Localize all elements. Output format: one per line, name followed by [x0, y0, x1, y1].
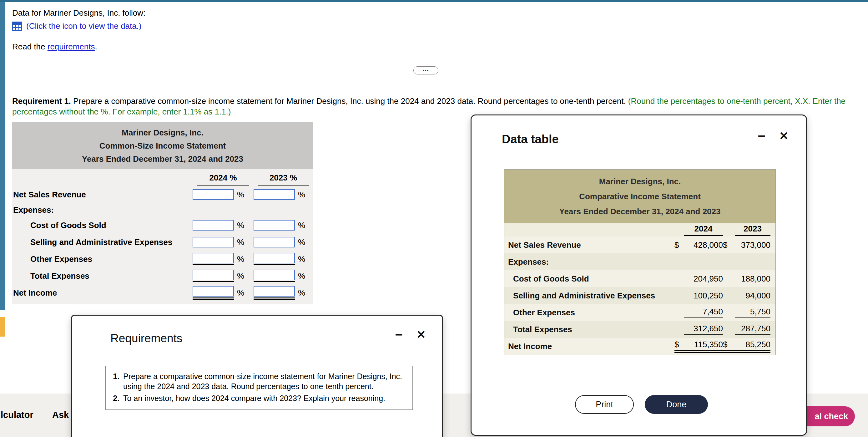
statement-title: Common-Size Income Statement	[12, 139, 313, 152]
table-row: Selling and Administrative Expenses % %	[12, 234, 313, 251]
requirements-list: 1. Prepare a comparative common-size inc…	[105, 366, 413, 410]
statement-period: Years Ended December 31, 2024 and 2023	[12, 152, 313, 166]
row-label: Cost of Goods Sold	[508, 274, 675, 284]
percent-sign: %	[298, 288, 305, 298]
data-column-header-row: 2024 2023	[504, 223, 775, 236]
input-2024-other-expenses[interactable]	[193, 253, 234, 263]
dialog-controls: − ✕	[757, 129, 788, 143]
table-row: Net Income % %	[12, 284, 313, 301]
read-prefix: Read the	[12, 42, 48, 51]
requirement-number: 1.	[111, 371, 119, 391]
table-row: Expenses:	[12, 203, 313, 217]
value-2024: 7,450	[684, 307, 723, 318]
divider-expand-button[interactable]: •••	[413, 66, 438, 75]
value-2024: 115,350	[684, 340, 723, 353]
data-table-header: Mariner Designs, Inc. Comparative Income…	[504, 170, 775, 223]
requirement-instructions: Requirement 1. Prepare a comparative com…	[12, 96, 858, 117]
input-2024-selling-admin-expenses[interactable]	[193, 237, 234, 247]
value-2023: 373,000	[735, 240, 770, 250]
percent-sign: %	[298, 237, 305, 247]
data-table-icon[interactable]	[12, 22, 22, 31]
table-row: Total Expenses % %	[12, 267, 313, 284]
requirement-label: Requirement 1.	[12, 96, 71, 106]
value-cell: %	[254, 220, 313, 231]
value-2023: 94,000	[735, 291, 770, 301]
value-cell: %	[193, 253, 254, 265]
row-label: Net Income	[12, 288, 193, 298]
percent-sign: %	[298, 254, 305, 264]
statement-body: 2024 % 2023 % Net Sales Revenue % % Expe…	[12, 169, 313, 304]
value-2023: 188,000	[735, 274, 770, 284]
input-2024-total-expenses[interactable]	[193, 270, 234, 280]
value-2023: 287,750	[735, 324, 770, 335]
value-cell: %	[254, 253, 313, 265]
percent-sign: %	[237, 221, 244, 230]
input-2024-cost-of-goods-sold[interactable]	[193, 220, 234, 231]
input-2023-other-expenses[interactable]	[254, 253, 295, 263]
input-2024-net-income[interactable]	[193, 286, 234, 296]
row-label: Total Expenses	[508, 325, 675, 334]
table-row: Net Income $ 115,350 $ 85,250	[504, 338, 775, 355]
table-row: Other Expenses 7,450 5,750	[504, 304, 775, 321]
value-cell: %	[193, 220, 254, 231]
data-company: Mariner Designs, Inc.	[504, 174, 775, 189]
row-label: Net Income	[508, 342, 675, 351]
value-cell: %	[254, 189, 313, 200]
row-label: Net Sales Revenue	[12, 190, 193, 200]
value-cell: %	[193, 237, 254, 247]
requirement-number: 2.	[111, 393, 119, 403]
data-table-dialog: Data table − ✕ Mariner Designs, Inc. Com…	[471, 115, 807, 436]
ask-instructor-button-partial[interactable]: Ask	[52, 410, 69, 420]
top-border-bar	[0, 0, 868, 2]
calculator-button-partial[interactable]: lculator	[1, 410, 33, 420]
statement-header: Mariner Designs, Inc. Common-Size Income…	[12, 122, 313, 169]
input-2023-net-income[interactable]	[254, 286, 295, 296]
value-cell: %	[193, 270, 254, 282]
data-statement-title: Comparative Income Statement	[504, 189, 775, 204]
row-label: Selling and Administrative Expenses	[12, 237, 193, 247]
table-row: Cost of Goods Sold 204,950 188,000	[504, 270, 775, 287]
value-2023: 5,750	[735, 307, 770, 318]
value-2024: 100,250	[684, 291, 723, 301]
input-2023-cost-of-goods-sold[interactable]	[254, 220, 295, 231]
input-2023-selling-admin-expenses[interactable]	[254, 237, 295, 247]
read-requirements-line: Read the requirements.	[12, 42, 97, 52]
row-label: Expenses:	[508, 257, 675, 267]
input-2023-net-sales-revenue[interactable]	[254, 189, 295, 200]
done-button[interactable]: Done	[645, 395, 708, 414]
comparative-income-statement-table: Mariner Designs, Inc. Comparative Income…	[504, 169, 776, 355]
minimize-icon[interactable]: −	[757, 134, 766, 138]
intro-text: Data for Mariner Designs, Inc. follow:	[12, 8, 145, 18]
requirements-dialog-title: Requirements	[111, 332, 182, 345]
value-2023: 85,250	[735, 340, 770, 353]
close-icon[interactable]: ✕	[416, 328, 426, 341]
value-cell: %	[193, 286, 254, 300]
input-2024-net-sales-revenue[interactable]	[193, 189, 234, 200]
requirements-link[interactable]: requirements	[48, 42, 95, 51]
percent-sign: %	[237, 190, 244, 200]
dialog-controls: − ✕	[395, 328, 426, 341]
data-column-2024: 2024	[684, 224, 723, 236]
input-2023-total-expenses[interactable]	[254, 270, 295, 280]
print-button[interactable]: Print	[575, 395, 634, 414]
page: Data for Mariner Designs, Inc. follow: (…	[0, 0, 868, 437]
column-header-row: 2024 % 2023 %	[12, 169, 313, 186]
close-icon[interactable]: ✕	[779, 129, 788, 143]
dollar-sign: $	[723, 240, 735, 250]
table-row: Cost of Goods Sold % %	[12, 217, 313, 234]
data-icon-row: (Click the icon to view the data.)	[12, 21, 142, 31]
left-edge-accent	[0, 317, 5, 337]
row-label: Selling and Administrative Expenses	[508, 291, 675, 301]
view-data-link[interactable]: (Click the icon to view the data.)	[26, 21, 142, 31]
value-2024: 204,950	[684, 274, 723, 284]
table-row: Net Sales Revenue % %	[12, 186, 313, 203]
minimize-icon[interactable]: −	[395, 332, 403, 337]
value-2024: 428,000	[684, 240, 723, 250]
percent-sign: %	[237, 271, 244, 281]
statement-company: Mariner Designs, Inc.	[12, 126, 313, 139]
column-header-2024: 2024 %	[197, 173, 249, 185]
value-cell: %	[254, 286, 313, 300]
dollar-sign: $	[675, 340, 684, 353]
left-edge-strip	[0, 2, 5, 310]
table-row: Selling and Administrative Expenses 100,…	[504, 287, 775, 304]
